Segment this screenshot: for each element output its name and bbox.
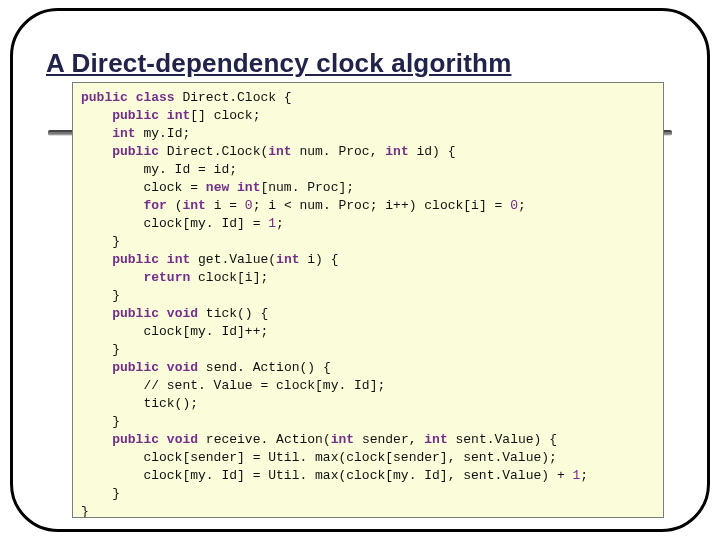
code-text: tick(); [81,396,198,411]
code-text: } [81,342,120,357]
code-text: ; [518,198,526,213]
kw-void: void [167,432,198,447]
kw-int: int [424,432,447,447]
code-text: } [81,486,120,501]
code-text: ; [276,216,284,231]
code-text [159,432,167,447]
code-text: tick() { [198,306,268,321]
code-text [159,306,167,321]
kw-public: public [112,432,159,447]
kw-class: class [136,90,175,105]
kw-public: public [112,306,159,321]
code-text: [] clock; [190,108,260,123]
code-text [81,306,112,321]
code-text: } [81,504,89,518]
kw-int: int [167,252,190,267]
code-text: i = [206,198,245,213]
kw-int: int [385,144,408,159]
code-text: my.Id; [136,126,191,141]
kw-int: int [276,252,299,267]
kw-int: int [182,198,205,213]
code-text: [num. Proc]; [260,180,354,195]
kw-public: public [112,108,159,123]
kw-void: void [167,360,198,375]
code-text: num. Proc, [292,144,386,159]
kw-int: int [331,432,354,447]
code-text: clock[my. Id] = Util. max(clock[my. Id],… [81,468,572,483]
code-text [81,432,112,447]
code-text: sender, [354,432,424,447]
code-text: get.Value( [190,252,276,267]
kw-int: int [112,126,135,141]
code-text: id) { [409,144,456,159]
num-literal: 0 [245,198,253,213]
code-text: ; i < num. Proc; i++) clock[i] = [253,198,510,213]
code-text: clock[my. Id]++; [81,324,268,339]
code-text: clock[my. Id] = [81,216,268,231]
code-text [81,108,112,123]
code-text: send. Action() { [198,360,331,375]
code-text: clock[i]; [190,270,268,285]
code-text [81,360,112,375]
code-text [159,108,167,123]
code-text [81,252,112,267]
code-text: sent.Value) { [448,432,557,447]
kw-public: public [112,144,159,159]
kw-void: void [167,306,198,321]
code-text: ; [580,468,588,483]
num-literal: 0 [510,198,518,213]
code-text: } [81,288,120,303]
kw-new: new [206,180,229,195]
slide-title: A Direct-dependency clock algorithm [46,48,511,79]
code-text [159,360,167,375]
kw-int: int [167,108,190,123]
code-text: // sent. Value = clock[my. Id]; [81,378,385,393]
kw-public: public [81,90,128,105]
kw-public: public [112,360,159,375]
code-text: } [81,234,120,249]
code-text: } [81,414,120,429]
code-text: clock = [81,180,206,195]
code-listing: public class Direct.Clock { public int[]… [72,82,664,518]
code-text: Direct.Clock { [175,90,292,105]
kw-public: public [112,252,159,267]
code-text: receive. Action( [198,432,331,447]
code-text [81,270,143,285]
kw-return: return [143,270,190,285]
code-text: clock[sender] = Util. max(clock[sender],… [81,450,557,465]
num-literal: 1 [268,216,276,231]
code-text [229,180,237,195]
code-text [128,90,136,105]
kw-int: int [237,180,260,195]
code-text [81,198,143,213]
code-text: i) { [299,252,338,267]
code-text: Direct.Clock( [159,144,268,159]
code-text: ( [167,198,183,213]
kw-int: int [268,144,291,159]
code-text [81,144,112,159]
code-text: my. Id = id; [81,162,237,177]
kw-for: for [143,198,166,213]
code-text [81,126,112,141]
code-text [159,252,167,267]
